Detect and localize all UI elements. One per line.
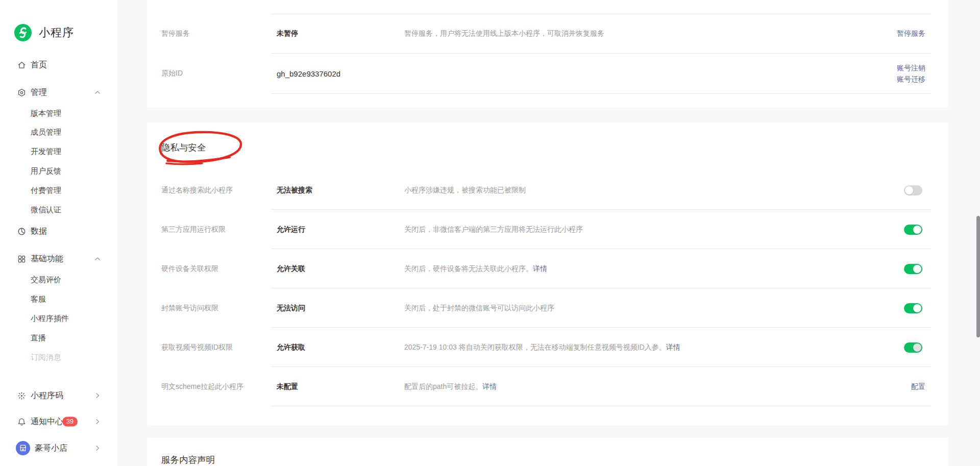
sidebar-subitem-label: 用户反馈 <box>31 166 61 176</box>
divider <box>272 406 932 406</box>
chevron-right-icon <box>94 445 101 452</box>
sidebar-subitem-label: 付费管理 <box>31 186 61 195</box>
sidebar-subitem-label: 成员管理 <box>31 128 61 137</box>
sidebar-item-basic-functions[interactable]: 基础功能 <box>0 253 117 265</box>
banned-account-toggle[interactable] <box>904 303 922 313</box>
sidebar-item-wechat-verify[interactable]: 微信认证 <box>0 204 117 216</box>
row-value: 无法被搜索 <box>277 186 312 195</box>
row-label: 原始ID <box>161 69 183 78</box>
account-logout-link[interactable]: 账号注销 <box>897 62 925 73</box>
chevron-up-icon[interactable] <box>94 89 101 96</box>
bell-icon <box>17 418 26 426</box>
account-migrate-link[interactable]: 账号迁移 <box>897 73 925 85</box>
service-statement-card: 服务内容声明 <box>147 437 948 466</box>
sidebar-item-notification-center[interactable]: 通知中心 39 <box>0 415 117 428</box>
row-description: 配置后的path可被拉起。详情 <box>404 382 497 391</box>
sidebar-item-user-feedback[interactable]: 用户反馈 <box>0 165 117 177</box>
sidebar-item-customer-service[interactable]: 客服 <box>0 293 117 305</box>
sidebar-subitem-label: 版本管理 <box>31 109 61 118</box>
sidebar-item-data[interactable]: 数据 <box>0 225 117 237</box>
miniprogram-code-icon <box>17 391 26 400</box>
toggle-knob <box>913 265 921 273</box>
gear-icon <box>17 88 26 97</box>
video-id-toggle[interactable] <box>904 342 922 353</box>
scrollbar-thumb[interactable] <box>976 216 980 337</box>
row-value: 允许获取 <box>277 343 305 352</box>
scheme-launch-row: 明文scheme拉起此小程序 未配置 配置后的path可被拉起。详情 配置 <box>147 367 948 406</box>
sidebar-item-trade-review[interactable]: 交易评价 <box>0 274 117 286</box>
account-actions: 账号注销 账号迁移 <box>897 62 925 85</box>
sidebar-item-miniprogram-code[interactable]: 小程序码 <box>0 389 117 402</box>
sidebar-item-subscribe-message[interactable]: 订阅消息 <box>0 351 117 363</box>
divider <box>272 93 932 94</box>
privacy-security-card: 隐私与安全 通过名称搜索此小程序 无法被搜索 小程序涉嫌违规，被搜索功能已被限制… <box>147 122 948 425</box>
row-label: 硬件设备关联权限 <box>161 264 218 274</box>
hardware-link-row: 硬件设备关联权限 允许关联 关闭后，硬件设备将无法关联此小程序。详情 <box>147 249 948 288</box>
sidebar-item-label: 基础功能 <box>31 254 63 264</box>
store-icon <box>16 441 30 455</box>
original-id-row: 原始ID gh_b92e9337602d 账号注销 账号迁移 <box>147 53 948 93</box>
row-value: 未暂停 <box>277 29 298 38</box>
row-label: 明文scheme拉起此小程序 <box>161 382 243 391</box>
grid-icon <box>17 255 26 263</box>
app-logo: 小程序 <box>14 24 74 41</box>
app-title: 小程序 <box>39 25 74 40</box>
row-description: 关闭后，处于封禁的微信账号可以访问此小程序 <box>404 304 554 313</box>
row-description: 小程序涉嫌违规，被搜索功能已被限制 <box>404 186 526 195</box>
row-label: 暂停服务 <box>161 29 190 38</box>
sidebar-subitem-label: 直播 <box>31 333 46 343</box>
pie-chart-icon <box>17 227 26 236</box>
chevron-right-icon <box>94 418 101 425</box>
sidebar-subitem-label: 订阅消息 <box>31 353 61 362</box>
row-description: 2025-7-19 10:03 将自动关闭获取权限，无法在移动端复制任意视频号视… <box>404 343 680 352</box>
row-value: 无法访问 <box>277 304 305 313</box>
sidebar-item-label: 数据 <box>31 226 47 237</box>
sidebar: 小程序 首页 管理 版本管理 成员管理 开发管理 用户反馈 付费管理 微信认证 … <box>0 0 117 466</box>
details-link[interactable]: 详情 <box>666 343 680 351</box>
sidebar-item-manage[interactable]: 管理 <box>0 86 117 99</box>
details-link[interactable]: 详情 <box>533 264 547 273</box>
row-value: 允许关联 <box>277 264 305 274</box>
sidebar-subitem-label: 开发管理 <box>31 147 61 157</box>
row-description: 暂停服务，用户将无法使用线上版本小程序，可取消并恢复服务 <box>404 29 604 38</box>
details-link[interactable]: 详情 <box>482 382 497 390</box>
sidebar-item-pay-manage[interactable]: 付费管理 <box>0 184 117 197</box>
third-party-toggle[interactable] <box>904 225 922 235</box>
notification-badge: 39 <box>62 417 78 427</box>
search-toggle[interactable] <box>904 185 922 195</box>
sidebar-item-version-manage[interactable]: 版本管理 <box>0 107 117 119</box>
sidebar-item-member-manage[interactable]: 成员管理 <box>0 126 117 138</box>
row-description: 关闭后，硬件设备将无法关联此小程序。详情 <box>404 264 547 274</box>
sidebar-subitem-label: 微信认证 <box>31 205 61 215</box>
row-label: 获取视频号视频ID权限 <box>161 343 233 352</box>
suspend-service-link[interactable]: 暂停服务 <box>897 29 925 38</box>
toggle-knob <box>913 344 921 352</box>
sidebar-item-label: 管理 <box>31 87 47 98</box>
configure-link[interactable]: 配置 <box>911 382 925 391</box>
sidebar-item-shop[interactable]: 豪哥小店 <box>0 441 117 455</box>
toggle-knob <box>913 304 921 312</box>
video-id-row: 获取视频号视频ID权限 允许获取 2025-7-19 10:03 将自动关闭获取… <box>147 328 948 367</box>
row-label: 封禁账号访问权限 <box>161 304 218 313</box>
hardware-toggle[interactable] <box>904 264 922 274</box>
sidebar-item-live[interactable]: 直播 <box>0 332 117 344</box>
suspend-service-row: 暂停服务 未暂停 暂停服务，用户将无法使用线上版本小程序，可取消并恢复服务 暂停… <box>147 14 948 53</box>
toggle-knob <box>905 186 913 194</box>
sidebar-item-label: 通知中心 <box>31 416 63 427</box>
sidebar-subitem-label: 客服 <box>31 295 46 304</box>
miniprogram-logo-icon <box>14 24 32 41</box>
row-label: 通过名称搜索此小程序 <box>161 186 233 195</box>
sidebar-item-label: 首页 <box>31 60 47 70</box>
toggle-knob <box>913 226 921 234</box>
banned-account-row: 封禁账号访问权限 无法访问 关闭后，处于封禁的微信账号可以访问此小程序 <box>147 288 948 328</box>
row-description: 关闭后，非微信客户端的第三方应用将无法运行此小程序 <box>404 225 583 234</box>
third-party-run-row: 第三方应用运行权限 允许运行 关闭后，非微信客户端的第三方应用将无法运行此小程序 <box>147 210 948 249</box>
home-icon <box>17 61 26 69</box>
privacy-section-title: 隐私与安全 <box>161 141 206 154</box>
service-section-title: 服务内容声明 <box>161 454 215 466</box>
chevron-right-icon <box>94 392 101 399</box>
sidebar-item-plugins[interactable]: 小程序插件 <box>0 312 117 325</box>
chevron-up-icon[interactable] <box>94 255 101 262</box>
sidebar-item-dev-manage[interactable]: 开发管理 <box>0 145 117 158</box>
sidebar-item-home[interactable]: 首页 <box>0 59 117 71</box>
